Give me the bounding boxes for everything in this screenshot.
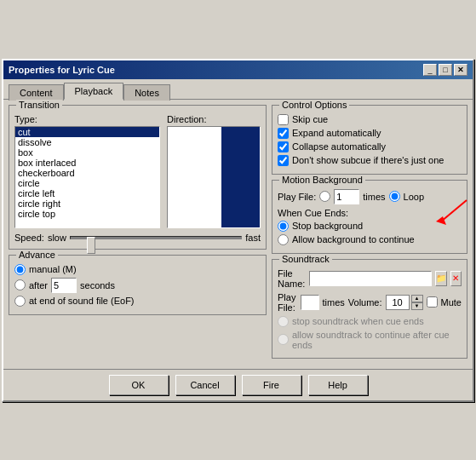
speed-label: Speed: (14, 233, 44, 243)
help-button[interactable]: Help (308, 375, 368, 395)
browse-button[interactable]: 📁 (435, 271, 447, 286)
volume-up-button[interactable]: ▲ (411, 295, 423, 302)
skip-cue-label: Skip cue (292, 114, 328, 124)
motion-loop-radio[interactable] (389, 191, 400, 202)
maximize-button[interactable]: □ (439, 64, 452, 76)
list-item-dissolve[interactable]: dissolve (15, 137, 159, 147)
advance-seconds-label: seconds (80, 280, 115, 290)
stop-soundtrack-row: stop soundtrack when cue ends (278, 316, 462, 327)
speed-slow-label: slow (48, 233, 66, 243)
skip-cue-checkbox[interactable] (278, 114, 289, 125)
minimize-button[interactable]: _ (423, 64, 437, 76)
list-item-circle[interactable]: circle (15, 178, 159, 188)
file-name-input[interactable] (309, 271, 432, 286)
list-item-checkerboard[interactable]: checkerboard (15, 168, 159, 178)
direction-column: Direction: (167, 114, 261, 228)
transition-group: Transition Type: cut dissolve box box in… (9, 105, 267, 250)
dont-show-row: Don't show subcue if there's just one (278, 155, 462, 166)
control-options-group: Control Options Skip cue Expand automati… (272, 105, 467, 175)
collapse-auto-row: Collapse automatically (278, 141, 462, 152)
allow-soundtrack-radio[interactable] (278, 334, 289, 345)
skip-cue-row: Skip cue (278, 114, 462, 125)
volume-down-button[interactable]: ▼ (411, 302, 423, 310)
control-options-title: Control Options (279, 100, 349, 110)
main-columns: Transition Type: cut dissolve box box in… (9, 105, 467, 364)
type-column: Type: cut dissolve box box interlaced ch… (14, 114, 160, 228)
transition-title: Transition (16, 100, 62, 110)
motion-times-input[interactable] (334, 189, 359, 204)
tab-playback[interactable]: Playback (64, 83, 124, 100)
clear-button[interactable]: ✕ (450, 271, 462, 286)
advance-after-radio[interactable] (14, 279, 26, 290)
soundtrack-play-label: Play File: (278, 292, 297, 313)
list-item-circle-right[interactable]: circle right (15, 198, 159, 209)
bottom-button-row: OK Cancel Fire Help (3, 369, 473, 400)
stop-bg-radio[interactable] (278, 221, 289, 232)
list-item-box-interlaced[interactable]: box interlaced (15, 158, 159, 168)
tab-notes[interactable]: Notes (123, 84, 170, 101)
title-bar: Properties for Lyric Cue _ □ ✕ (3, 60, 473, 79)
advance-eof-label: at end of sound file (EoF) (29, 296, 135, 306)
transition-listbox[interactable]: cut dissolve box box interlaced checkerb… (14, 126, 160, 228)
mute-checkbox[interactable] (427, 296, 438, 308)
cancel-button[interactable]: Cancel (175, 375, 235, 395)
expand-auto-row: Expand automatically (278, 128, 462, 139)
advance-after-input[interactable] (51, 278, 77, 293)
collapse-auto-checkbox[interactable] (278, 141, 289, 152)
list-item-box[interactable]: box (15, 147, 159, 158)
soundtrack-times-label: times (323, 297, 345, 308)
dont-show-checkbox[interactable] (278, 155, 289, 166)
collapse-auto-label: Collapse automatically (292, 141, 386, 152)
stop-soundtrack-radio[interactable] (278, 316, 289, 327)
allow-soundtrack-row: allow soundtrack to continue after cue e… (278, 330, 462, 350)
when-cue-ends-section: When Cue Ends: Stop background Allow bac… (278, 208, 462, 245)
expand-auto-checkbox[interactable] (278, 128, 289, 139)
advance-after-row: after seconds (14, 278, 261, 293)
speed-fast-label: fast (245, 233, 261, 243)
right-column: Control Options Skip cue Expand automati… (272, 105, 467, 364)
dont-show-label: Don't show subcue if there's just one (292, 155, 444, 165)
soundtrack-title: Soundtrack (279, 254, 332, 264)
allow-bg-radio[interactable] (278, 234, 289, 245)
direction-preview (167, 126, 261, 228)
file-name-row: File Name: 📁 ✕ (278, 268, 462, 289)
stop-bg-label: Stop background (292, 221, 363, 231)
advance-manual-label: manual (M) (29, 264, 77, 274)
volume-input[interactable] (386, 295, 410, 310)
list-item-circle-left[interactable]: circle left (15, 188, 159, 198)
advance-manual-row: manual (M) (14, 264, 261, 275)
motion-background-title: Motion Background (279, 175, 365, 185)
advance-eof-radio[interactable] (14, 296, 26, 307)
play-file-row: Play File: times Volume: ▲ ▼ Mute (278, 292, 462, 313)
stop-soundtrack-label: stop soundtrack when cue ends (292, 316, 424, 326)
allow-bg-label: Allow background to continue (292, 234, 415, 244)
left-column: Transition Type: cut dissolve box box in… (9, 105, 267, 364)
content-area: Transition Type: cut dissolve box box in… (3, 99, 473, 369)
list-item-circle-top[interactable]: circle top (15, 209, 159, 219)
motion-times-label: times (363, 192, 385, 202)
main-window: Properties for Lyric Cue _ □ ✕ Content P… (2, 59, 474, 402)
ok-button[interactable]: OK (109, 375, 169, 395)
volume-spinner: ▲ ▼ (411, 295, 423, 310)
tab-content[interactable]: Content (9, 84, 64, 101)
title-buttons: _ □ ✕ (423, 64, 467, 76)
advance-title: Advance (16, 250, 58, 260)
file-name-label: File Name: (278, 268, 306, 289)
motion-play-file-label: Play File: (278, 192, 316, 202)
advance-after-label: after (29, 280, 48, 290)
window-title: Properties for Lyric Cue (9, 65, 115, 75)
fire-button[interactable]: Fire (242, 375, 301, 395)
soundtrack-group: Soundtrack File Name: 📁 ✕ Play File: tim… (272, 259, 467, 359)
motion-play-row: Play File: times Loop (278, 189, 462, 204)
speed-row: Speed: slow fast (14, 232, 261, 244)
advance-manual-radio[interactable] (14, 264, 26, 275)
speed-slider[interactable] (70, 232, 242, 244)
motion-loop-label: Loop (404, 192, 424, 202)
motion-background-group: Motion Background Play File: times Loop (272, 180, 467, 254)
type-label: Type: (14, 114, 160, 124)
list-item-cut[interactable]: cut (15, 127, 159, 137)
stop-bg-row: Stop background (278, 221, 462, 232)
close-button[interactable]: ✕ (454, 64, 467, 76)
soundtrack-times-input[interactable] (301, 295, 319, 310)
motion-play-radio[interactable] (319, 191, 330, 202)
